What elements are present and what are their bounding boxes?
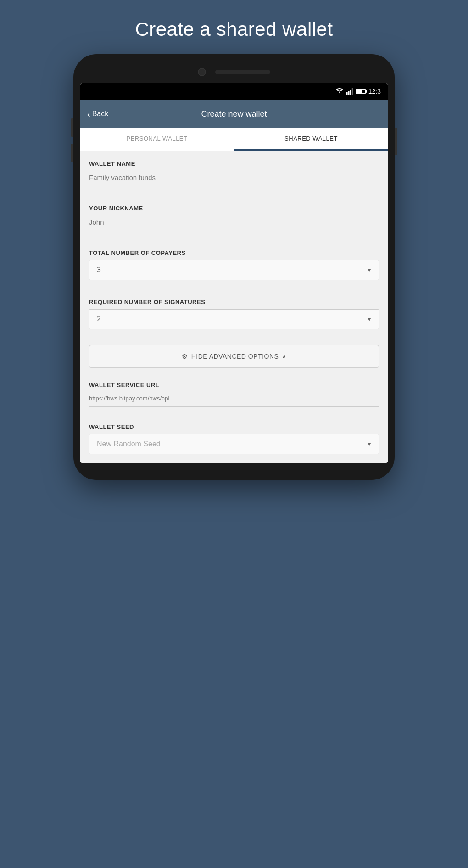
divider-3 <box>80 285 388 289</box>
nickname-input[interactable] <box>89 215 379 231</box>
page-title: Create a shared wallet <box>135 0 333 54</box>
svg-rect-1 <box>348 91 350 95</box>
gear-icon: ⚙ <box>182 353 188 360</box>
speaker <box>215 70 270 74</box>
header-title: Create new wallet <box>201 109 267 119</box>
wallet-seed-section: WALLET SEED New Random Seed ▼ <box>80 416 388 463</box>
signal-icon <box>346 88 353 95</box>
wallet-service-url-section: WALLET SERVICE URL <box>80 374 388 411</box>
wallet-name-section: WALLET NAME <box>80 151 388 191</box>
power-button <box>395 128 397 155</box>
wallet-seed-value: New Random Seed <box>97 440 161 448</box>
wallet-name-input[interactable] <box>89 171 379 186</box>
wallet-seed-arrow-icon: ▼ <box>367 441 372 447</box>
copayers-dropdown[interactable]: 3 ▼ <box>89 260 379 280</box>
copayers-label: TOTAL NUMBER OF COPAYERS <box>89 249 379 256</box>
copayers-value: 3 <box>97 266 101 274</box>
phone-shell: 12:3 ‹ Back Create new wallet PERSONAL W… <box>73 54 395 480</box>
wallet-name-label: WALLET NAME <box>89 160 379 167</box>
divider-5 <box>80 411 388 416</box>
wallet-service-url-input[interactable] <box>89 392 379 407</box>
volume-up-button <box>71 118 73 137</box>
phone-bottom-bar <box>80 463 388 471</box>
wifi-icon <box>335 88 344 95</box>
signatures-dropdown[interactable]: 2 ▼ <box>89 309 379 329</box>
signatures-arrow-icon: ▼ <box>367 316 372 322</box>
divider-2 <box>80 236 388 240</box>
wallet-seed-dropdown[interactable]: New Random Seed ▼ <box>89 434 379 454</box>
signatures-label: REQUIRED NUMBER OF SIGNATURES <box>89 299 379 305</box>
wallet-service-url-label: WALLET SERVICE URL <box>89 382 379 389</box>
svg-rect-0 <box>346 92 348 95</box>
nickname-section: YOUR NICKNAME <box>80 196 388 236</box>
form-content: WALLET NAME YOUR NICKNAME TOTAL NUMBER O… <box>80 151 388 463</box>
back-button[interactable]: ‹ Back <box>87 109 108 119</box>
svg-rect-2 <box>350 90 351 95</box>
status-bar: 12:3 <box>80 83 388 100</box>
divider-1 <box>80 191 388 196</box>
divider-4 <box>80 334 388 338</box>
advanced-options-label: HIDE ADVANCED OPTIONS <box>191 353 279 360</box>
tabs-bar: PERSONAL WALLET SHARED WALLET <box>80 128 388 151</box>
advanced-options-button[interactable]: ⚙ HIDE ADVANCED OPTIONS ∧ <box>89 345 379 368</box>
status-icons: 12:3 <box>335 88 381 95</box>
status-time: 12:3 <box>368 88 381 95</box>
tab-shared-wallet[interactable]: SHARED WALLET <box>234 128 388 151</box>
wallet-seed-label: WALLET SEED <box>89 423 379 430</box>
caret-up-icon: ∧ <box>282 353 286 360</box>
back-chevron-icon: ‹ <box>87 109 90 119</box>
back-label: Back <box>92 110 109 118</box>
copayers-arrow-icon: ▼ <box>367 267 372 273</box>
battery-icon <box>356 89 366 94</box>
phone-screen: 12:3 ‹ Back Create new wallet PERSONAL W… <box>80 83 388 463</box>
tab-personal-wallet[interactable]: PERSONAL WALLET <box>80 128 234 151</box>
svg-rect-3 <box>352 88 353 95</box>
camera <box>198 68 206 76</box>
volume-down-button <box>71 144 73 162</box>
phone-top-bar <box>80 63 388 83</box>
signatures-value: 2 <box>97 315 101 323</box>
copayers-section: TOTAL NUMBER OF COPAYERS 3 ▼ <box>80 240 388 285</box>
nickname-label: YOUR NICKNAME <box>89 205 379 212</box>
signatures-section: REQUIRED NUMBER OF SIGNATURES 2 ▼ <box>80 289 388 334</box>
app-header: ‹ Back Create new wallet <box>80 100 388 128</box>
